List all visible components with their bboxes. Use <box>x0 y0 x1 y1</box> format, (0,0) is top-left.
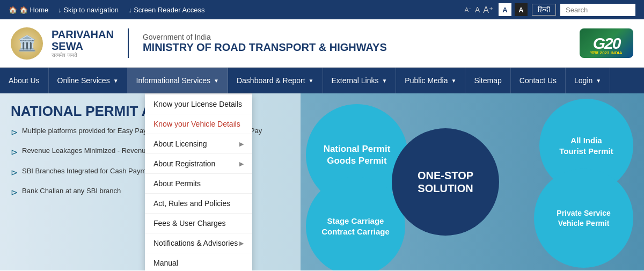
contrast-black-btn[interactable]: A <box>515 3 528 16</box>
main-content: National PermitGoods Permit All IndiaTou… <box>0 93 644 270</box>
dropdown-fees-label: Fees & User Charges <box>153 219 226 228</box>
dropdown-act-rules-label: Act, Rules and Policies <box>153 199 230 208</box>
feature-icon-4: ⊳ <box>11 187 18 199</box>
dropdown-know-vehicle[interactable]: Know your Vehicle Details <box>145 114 252 134</box>
nav-external-links[interactable]: External Links ▼ <box>323 68 397 93</box>
circle-one-stop-solution[interactable]: ONE-STOPSOLUTION <box>392 128 499 236</box>
header-divider <box>128 28 129 58</box>
dropdown-manual[interactable]: Manual <box>145 253 252 270</box>
circle-one-stop-solution-label: ONE-STOPSOLUTION <box>418 169 473 195</box>
circle-stage-carriage[interactable]: Stage CarriageContract Carriage <box>306 177 405 270</box>
circle-private-service[interactable]: Private ServiceVehicle Permit <box>534 169 633 268</box>
ministry-text: Government of India MINISTRY OF ROAD TRA… <box>143 33 387 54</box>
nav-login-label: Login <box>574 76 592 85</box>
dropdown-know-vehicle-label: Know your Vehicle Details <box>153 120 240 128</box>
emblem-logo: 🏛️ <box>11 27 43 60</box>
dropdown-fees[interactable]: Fees & User Charges <box>145 214 252 233</box>
feature-text-4: Bank Challan at any SBI branch <box>22 186 121 196</box>
header: 🏛️ PARIVAHAN SEWA सत्यमेव जयते Governmen… <box>0 19 644 68</box>
brand-tagline: सत्यमेव जयते <box>52 52 114 58</box>
feature-icon-2: ⊳ <box>11 147 18 158</box>
font-size-controls: A⁻ A A⁺ A A <box>465 3 528 16</box>
nav-online-services-label: Online Services <box>57 76 110 85</box>
dropdown-about-registration-arrow: ▶ <box>239 160 244 167</box>
font-normal-btn[interactable]: A <box>475 5 480 14</box>
main-nav: About Us Online Services ▼ Informational… <box>0 68 644 93</box>
dropdown-about-licensing[interactable]: About Licensing ▶ <box>145 134 252 154</box>
nav-dashboard-report-label: Dashboard & Report <box>237 76 305 85</box>
dropdown-know-license[interactable]: Know your License Details <box>145 94 252 114</box>
feature-icon-3: ⊳ <box>11 167 18 179</box>
g20-text: G20 <box>593 34 620 53</box>
nav-public-media[interactable]: Public Media ▼ <box>396 68 465 93</box>
dropdown-about-registration[interactable]: About Registration ▶ <box>145 154 252 174</box>
gov-line: Government of India <box>143 33 387 41</box>
dropdown-about-licensing-arrow: ▶ <box>239 141 244 148</box>
dropdown-notifications-arrow: ▶ <box>239 240 244 247</box>
nav-external-links-arrow: ▼ <box>382 78 387 84</box>
nav-about-us[interactable]: About Us <box>0 68 49 93</box>
nav-informational-services[interactable]: Informational Services ▼ <box>128 68 228 93</box>
dropdown-manual-label: Manual <box>153 259 178 267</box>
nav-sitemap[interactable]: Sitemap <box>465 68 510 93</box>
screen-reader-link[interactable]: ↓ Screen Reader Access <box>128 6 204 14</box>
nav-online-services-arrow: ▼ <box>113 78 119 84</box>
nav-public-media-arrow: ▼ <box>451 78 457 84</box>
circle-all-india-tourist-label: All IndiaTourist Permit <box>559 135 613 156</box>
informational-services-dropdown: Know your License Details Know your Vehi… <box>145 93 252 270</box>
nav-sitemap-label: Sitemap <box>474 76 501 85</box>
nav-about-us-label: About Us <box>9 76 40 85</box>
nav-external-links-label: External Links <box>332 76 379 85</box>
dropdown-notifications-label: Notifications & Advisories <box>153 239 238 247</box>
dropdown-know-license-label: Know your License Details <box>153 100 242 108</box>
top-bar-right: A⁻ A A⁺ A A हिन्दी <box>465 3 635 16</box>
nav-contact-us-label: Contact Us <box>519 76 557 85</box>
nav-login-arrow: ▼ <box>596 78 601 84</box>
brand-line2: SEWA <box>52 40 114 52</box>
circle-national-permit-goods-label: National PermitGoods Permit <box>324 143 391 167</box>
brand-line1: PARIVAHAN <box>52 28 114 40</box>
nav-login[interactable]: Login ▼ <box>566 68 610 93</box>
home-label: 🏠 Home <box>19 6 48 14</box>
search-input[interactable] <box>560 4 635 16</box>
dropdown-notifications[interactable]: Notifications & Advisories ▶ <box>145 233 252 253</box>
nav-dashboard-report[interactable]: Dashboard & Report ▼ <box>228 68 323 93</box>
dropdown-about-licensing-label: About Licensing <box>153 140 207 148</box>
contrast-white-btn[interactable]: A <box>499 3 511 16</box>
ministry-name: MINISTRY OF ROAD TRANSPORT & HIGHWAYS <box>143 41 387 54</box>
nav-informational-services-label: Informational Services <box>136 76 211 85</box>
nav-informational-services-arrow: ▼ <box>214 78 219 84</box>
home-link[interactable]: 🏠 🏠 Home <box>9 6 48 14</box>
g20-logo: G20 <box>580 28 633 58</box>
font-large-btn[interactable]: A⁺ <box>483 5 493 15</box>
dropdown-about-permits[interactable]: About Permits <box>145 174 252 194</box>
dropdown-about-permits-label: About Permits <box>153 179 201 188</box>
top-bar-links: 🏠 🏠 Home ↓ Skip to navigation ↓ Screen R… <box>9 6 204 14</box>
circle-private-service-label: Private ServiceVehicle Permit <box>557 208 610 228</box>
nav-dashboard-report-arrow: ▼ <box>309 78 314 84</box>
skip-nav-link[interactable]: ↓ Skip to navigation <box>58 6 119 14</box>
home-icon: 🏠 <box>9 6 17 14</box>
nav-contact-us[interactable]: Contact Us <box>511 68 566 93</box>
hindi-btn[interactable]: हिन्दी <box>532 4 556 16</box>
nav-online-services[interactable]: Online Services ▼ <box>49 68 128 93</box>
nav-public-media-label: Public Media <box>405 76 448 85</box>
brand-text: PARIVAHAN SEWA सत्यमेव जयते <box>52 28 114 58</box>
top-bar: 🏠 🏠 Home ↓ Skip to navigation ↓ Screen R… <box>0 0 644 19</box>
feature-icon-1: ⊳ <box>11 127 18 138</box>
header-left: 🏛️ PARIVAHAN SEWA सत्यमेव जयते Governmen… <box>11 27 387 60</box>
dropdown-act-rules[interactable]: Act, Rules and Policies <box>145 194 252 214</box>
circle-stage-carriage-label: Stage CarriageContract Carriage <box>321 216 390 237</box>
dropdown-about-registration-label: About Registration <box>153 159 215 168</box>
font-small-btn[interactable]: A⁻ <box>465 6 472 13</box>
